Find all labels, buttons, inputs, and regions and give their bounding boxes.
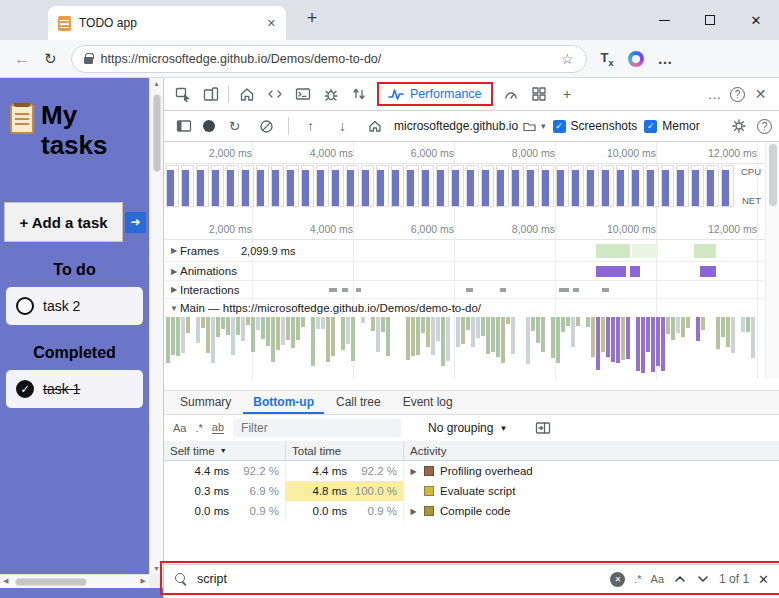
- device-toolbar-icon[interactable]: [198, 82, 223, 107]
- network-icon[interactable]: [346, 82, 371, 107]
- regex-icon[interactable]: .*: [195, 422, 202, 434]
- timeline-ruler-overview[interactable]: 2,000 ms4,000 ms6,000 ms8,000 ms10,000 m…: [164, 142, 766, 164]
- search-input[interactable]: [197, 572, 427, 586]
- screenshot-thumbnail[interactable]: [661, 165, 674, 207]
- screenshot-thumbnail[interactable]: [451, 165, 464, 207]
- screenshot-thumbnail[interactable]: [196, 165, 209, 207]
- column-self-time[interactable]: Self time ▼: [164, 441, 286, 460]
- screenshot-thumbnail[interactable]: [691, 165, 704, 207]
- screenshot-thumbnail[interactable]: [526, 165, 539, 207]
- screenshot-thumbnail[interactable]: [541, 165, 554, 207]
- column-activity[interactable]: Activity: [404, 441, 779, 460]
- close-search-icon[interactable]: ✕: [758, 572, 769, 587]
- browser-menu-icon[interactable]: …: [658, 50, 674, 67]
- expand-arrow-icon[interactable]: ▶: [168, 267, 180, 276]
- screenshot-thumbnail[interactable]: [721, 165, 734, 207]
- table-row[interactable]: 4.4 ms92.2 %4.4 ms92.2 %▶Profiling overh…: [164, 461, 779, 481]
- list-item[interactable]: ✓ task 1: [6, 370, 143, 408]
- perf-help-icon[interactable]: ?: [757, 119, 772, 134]
- details-tab-summary[interactable]: Summary: [170, 391, 241, 414]
- address-bar[interactable]: https://microsoftedge.github.io/Demos/de…: [71, 45, 587, 73]
- screenshot-thumbnail[interactable]: [331, 165, 344, 207]
- screenshot-thumbnail[interactable]: [466, 165, 479, 207]
- screenshot-thumbnail[interactable]: [211, 165, 224, 207]
- table-row[interactable]: 0.3 ms6.9 %4.8 ms100.0 %Evaluate script: [164, 481, 779, 501]
- new-tab-button[interactable]: +: [300, 8, 324, 29]
- site-security-icon[interactable]: [84, 57, 93, 64]
- sources-bug-icon[interactable]: [318, 82, 343, 107]
- back-icon[interactable]: ←: [14, 50, 30, 68]
- details-tab-bottom-up[interactable]: Bottom-up: [243, 391, 324, 414]
- screenshot-thumbnail[interactable]: [586, 165, 599, 207]
- screenshot-thumbnail[interactable]: [706, 165, 719, 207]
- main-thread-track[interactable]: ▼ Main — https://microsoftedge.github.io…: [164, 299, 766, 317]
- screenshot-thumbnail[interactable]: [301, 165, 314, 207]
- add-task-submit-icon[interactable]: ➜: [125, 212, 146, 233]
- reload-record-icon[interactable]: ↻: [222, 114, 247, 139]
- clear-icon[interactable]: [254, 114, 279, 139]
- flame-chart[interactable]: [164, 317, 766, 379]
- screenshot-thumbnail[interactable]: [406, 165, 419, 207]
- save-profile-icon[interactable]: ↓: [330, 114, 355, 139]
- next-match-icon[interactable]: [696, 574, 710, 584]
- origin-dropdown[interactable]: microsoftedge.github.io ▾: [394, 119, 546, 133]
- table-row[interactable]: 0.0 ms0.9 %0.0 ms0.9 %▶Compile code: [164, 501, 779, 521]
- devtools-scrollbar[interactable]: [765, 142, 779, 379]
- visit-origin-home-icon[interactable]: [362, 114, 387, 139]
- scroll-left-icon[interactable]: ◀: [3, 577, 8, 585]
- expand-arrow-icon[interactable]: ▶: [168, 285, 180, 294]
- memory-icon[interactable]: [499, 82, 524, 107]
- record-icon[interactable]: [203, 120, 215, 132]
- task-checkbox-checked[interactable]: ✓: [16, 380, 34, 398]
- match-case-icon[interactable]: Aa: [173, 422, 186, 434]
- browser-tab[interactable]: TODO app ✕: [48, 6, 286, 40]
- screenshot-thumbnail[interactable]: [256, 165, 269, 207]
- whole-word-icon[interactable]: ab: [212, 422, 224, 434]
- screenshot-thumbnail[interactable]: [601, 165, 614, 207]
- maximize-button[interactable]: [687, 0, 733, 40]
- screenshot-thumbnail[interactable]: [376, 165, 389, 207]
- screenshot-thumbnail[interactable]: [676, 165, 689, 207]
- more-options-icon[interactable]: …: [702, 82, 727, 107]
- search-regex-icon[interactable]: .*: [634, 573, 641, 585]
- scroll-right-icon[interactable]: ▶: [141, 577, 146, 585]
- screenshot-thumbnail[interactable]: [646, 165, 659, 207]
- grouping-select[interactable]: No grouping ▼: [428, 421, 507, 435]
- details-tab-event-log[interactable]: Event log: [393, 391, 463, 414]
- screenshot-thumbnail[interactable]: [271, 165, 284, 207]
- application-icon[interactable]: [527, 82, 552, 107]
- search-case-icon[interactable]: Aa: [651, 573, 664, 585]
- settings-gear-icon[interactable]: [726, 114, 751, 139]
- screenshot-thumbnail[interactable]: [286, 165, 299, 207]
- scrollbar-thumb[interactable]: [153, 94, 161, 172]
- elements-icon[interactable]: [262, 82, 287, 107]
- screenshot-thumbnail[interactable]: [241, 165, 254, 207]
- screenshot-thumbnail[interactable]: [226, 165, 239, 207]
- screenshot-thumbnail[interactable]: [316, 165, 329, 207]
- scrollbar-thumb[interactable]: [15, 578, 87, 586]
- filter-input[interactable]: [233, 419, 401, 437]
- horizontal-scrollbar[interactable]: ◀ ▶: [0, 574, 149, 588]
- panel-toggle-icon[interactable]: [171, 114, 196, 139]
- tab-close-icon[interactable]: ✕: [267, 17, 276, 30]
- screenshot-thumbnail[interactable]: [436, 165, 449, 207]
- timeline-ruler-detail[interactable]: 2,000 ms4,000 ms6,000 ms8,000 ms10,000 m…: [164, 218, 766, 240]
- screenshot-thumbnail[interactable]: [616, 165, 629, 207]
- screenshots-checkbox[interactable]: ✓ Screenshots: [553, 119, 638, 133]
- screenshot-filmstrip[interactable]: [166, 165, 764, 207]
- add-task-button[interactable]: + Add a task: [4, 202, 123, 242]
- previous-match-icon[interactable]: [673, 574, 687, 584]
- welcome-home-icon[interactable]: [234, 82, 259, 107]
- column-total-time[interactable]: Total time: [286, 441, 404, 460]
- minimize-button[interactable]: [641, 0, 687, 40]
- devtools-help-icon[interactable]: ?: [730, 87, 745, 102]
- collapse-arrow-icon[interactable]: ▼: [168, 304, 180, 313]
- screenshot-thumbnail[interactable]: [571, 165, 584, 207]
- load-profile-icon[interactable]: ↑: [298, 114, 323, 139]
- heaviest-stack-icon[interactable]: [530, 416, 555, 441]
- read-aloud-icon[interactable]: Tx: [601, 50, 614, 68]
- clear-search-icon[interactable]: ✕: [610, 572, 625, 587]
- screenshot-thumbnail[interactable]: [166, 165, 179, 207]
- copilot-icon[interactable]: [628, 51, 644, 67]
- interactions-track[interactable]: ▶ Interactions: [164, 281, 766, 299]
